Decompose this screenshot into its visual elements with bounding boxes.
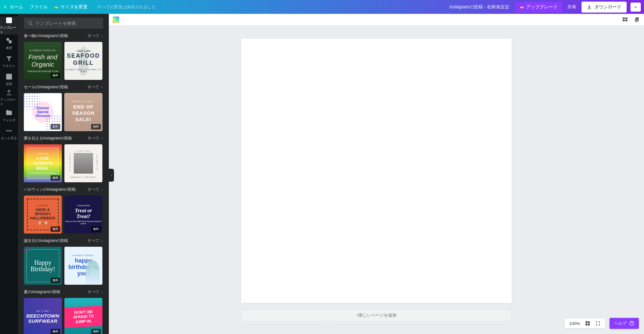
svg-rect-15 [588, 321, 590, 323]
templates-panel: 食べ物のInstagramの投稿 すべて A FRESH FOOD FIX Fr… [18, 14, 109, 334]
svg-point-7 [11, 130, 12, 131]
see-all-sale[interactable]: すべて [88, 84, 103, 90]
nav-background[interactable]: 背景 [0, 71, 18, 89]
help-button[interactable]: ヘルプ [610, 318, 639, 329]
category-sale: セールのInstagramの投稿 すべて Summer Special Disc… [24, 84, 103, 131]
color-picker-swatch[interactable] [113, 16, 119, 23]
nav-text-label: テキスト [3, 64, 15, 68]
folders-icon [5, 109, 13, 117]
upgrade-label: アップグレード [526, 4, 558, 10]
resize-label: サイズを変更 [61, 4, 88, 10]
template-birthday-2[interactable]: DEAREST RENEE, happy birthday to you! [64, 247, 102, 285]
chevron-right-icon [100, 86, 103, 89]
chevron-left-icon [110, 173, 113, 177]
share-button[interactable]: 共有 [566, 4, 578, 10]
search-icon [28, 21, 33, 26]
svg-rect-10 [623, 20, 624, 21]
nav-uploads[interactable]: アップロード [0, 89, 18, 107]
svg-rect-14 [586, 321, 587, 323]
zoom-value[interactable]: 100% [569, 321, 580, 326]
free-badge: 無料 [51, 73, 60, 78]
chevron-right-icon [100, 35, 103, 37]
svg-point-5 [6, 130, 8, 131]
crown-icon [520, 5, 524, 9]
top-bar: ホーム ファイル サイズを変更 すべての変更は保存されました Instagram… [0, 0, 644, 14]
grid-view-icon[interactable] [622, 17, 628, 23]
svg-rect-8 [623, 18, 624, 19]
free-badge: 無料 [51, 329, 60, 334]
template-love-1[interactable]: LOVE IS LOVE LOVE ALWAYS WINS. Love one … [24, 144, 62, 182]
see-all-birthday[interactable]: すべて [88, 238, 103, 243]
template-sale-1[interactable]: Summer Special Discount 無料 [24, 93, 62, 131]
free-badge: 無料 [51, 175, 60, 181]
template-food-1[interactable]: A FRESH FOOD FIX Fresh and Organic THENO… [24, 42, 62, 80]
svg-rect-16 [586, 324, 587, 325]
free-badge: 無料 [91, 124, 101, 129]
lock-icon[interactable] [634, 17, 639, 22]
resize-button[interactable]: サイズを変更 [54, 4, 88, 10]
template-sale-2[interactable]: WE'RE ALL ABOUT END OF SEASON SALE! 無料 [64, 93, 102, 131]
search-input[interactable] [35, 21, 99, 26]
home-label: ホーム [10, 4, 23, 10]
cat-love-title: 愛を伝えるInstagramの投稿 [24, 136, 72, 141]
chevron-right-icon [100, 188, 103, 191]
category-food: 食べ物のInstagramの投稿 すべて A FRESH FOOD FIX Fr… [24, 33, 103, 80]
cat-birthday-title: 誕生日のInstagramの投稿 [24, 238, 68, 243]
template-halloween-1[interactable]: TO WORLD! HAVE A SPOOKY HALLOWEEN! 👻🎃💀 無… [24, 196, 62, 234]
free-badge: 無料 [51, 226, 60, 232]
fullscreen-icon[interactable] [595, 321, 601, 326]
see-all-love[interactable]: すべて [88, 136, 103, 141]
icon-sidebar: テンプレート 素材 テキスト 背景 アップロード フォルダ もっと見る [0, 14, 18, 334]
category-love: 愛を伝えるInstagramの投稿 すべて LOVE IS LOVE LOVE … [24, 136, 103, 182]
collapse-panel-handle[interactable] [109, 169, 114, 182]
template-summer-2[interactable]: DON'T BE AFRAID TO JUMP IN. 無料 [64, 298, 102, 334]
file-menu[interactable]: ファイル [30, 4, 48, 10]
template-halloween-2[interactable]: A Spooky Wish Treat or Treat? Hope your … [64, 196, 102, 234]
svg-rect-17 [588, 324, 590, 325]
nav-more[interactable]: もっと見る [0, 125, 18, 143]
question-icon [629, 321, 634, 326]
category-birthday: 誕生日のInstagramの投稿 すべて Happy Birthday! 無料 … [24, 238, 103, 285]
template-love-2[interactable]: LOVE YOU FOREVER ALWAYS SWEET HEART [64, 144, 102, 182]
nav-templates[interactable]: テンプレート [0, 16, 18, 34]
svg-point-2 [7, 38, 9, 41]
see-all-summer[interactable]: すべて [88, 289, 103, 295]
see-all-halloween[interactable]: すべて [88, 187, 103, 192]
nav-uploads-label: アップロード [0, 98, 18, 107]
home-button[interactable]: ホーム [3, 4, 23, 10]
photo-placeholder [74, 153, 93, 174]
chevron-down-icon [634, 5, 638, 9]
download-dropdown[interactable] [630, 3, 641, 12]
search-box[interactable] [24, 18, 103, 29]
help-label: ヘルプ [614, 320, 627, 326]
template-summer-1[interactable]: LET IT RIP! BEECHTOWN SURFWEAR 無料 [24, 298, 62, 334]
svg-rect-3 [9, 41, 11, 43]
elements-icon [5, 37, 13, 44]
bottom-bar: 100% ヘルプ [565, 318, 639, 329]
category-summer: 夏のInstagramの投稿 すべて LET IT RIP! BEECHTOWN… [24, 289, 103, 334]
download-button[interactable]: ダウンロード [582, 2, 627, 13]
svg-point-6 [8, 130, 10, 131]
see-all-food[interactable]: すべて [88, 33, 103, 39]
svg-rect-4 [6, 74, 12, 80]
template-birthday-1[interactable]: Happy Birthday! 無料 [24, 247, 62, 285]
cat-food-title: 食べ物のInstagramの投稿 [24, 33, 68, 39]
upgrade-button[interactable]: アップグレード [515, 2, 562, 12]
chevron-right-icon [100, 137, 103, 140]
cat-halloween-title: ハロウィンのInstagramの投稿 [24, 187, 76, 192]
canvas-area[interactable]: +新しいページを追加 [109, 26, 644, 334]
nav-elements[interactable]: 素材 [0, 34, 18, 52]
template-food-2[interactable]: Clear Lake SEAFOOD GRILL 16 WEST VIEW | … [64, 42, 102, 80]
nav-folders[interactable]: フォルダ [0, 107, 18, 125]
page-canvas[interactable] [241, 39, 512, 303]
free-badge: 無料 [91, 226, 101, 232]
add-page-button[interactable]: +新しいページを追加 [241, 310, 512, 321]
svg-rect-1 [7, 19, 10, 22]
document-title[interactable]: Instagramの投稿 - 名称未設定 [449, 4, 509, 10]
background-icon [5, 73, 13, 81]
nav-text[interactable]: テキスト [0, 52, 18, 71]
editor-toolbar [109, 14, 644, 26]
save-status: すべての変更は保存されました [97, 4, 156, 10]
topbar-right: Instagramの投稿 - 名称未設定 アップグレード 共有 ダウンロード [449, 2, 641, 13]
grid-icon[interactable] [585, 321, 590, 326]
